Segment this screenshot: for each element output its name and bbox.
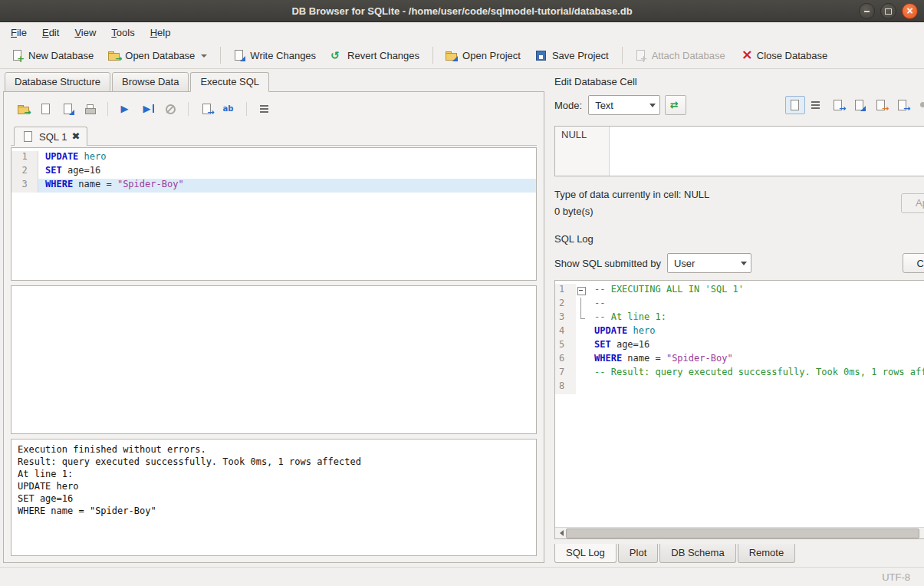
- sql-log-header: SQL Log: [554, 232, 924, 245]
- code-line[interactable]: 2SET age=16: [12, 165, 536, 179]
- open-external-button[interactable]: [665, 95, 686, 115]
- execute-current-line-button[interactable]: [140, 101, 156, 117]
- set-null-button[interactable]: [914, 96, 924, 114]
- import-icon: [874, 99, 887, 111]
- scroll-left-icon[interactable]: [555, 528, 566, 538]
- code-text: WHERE name = "Spider-Boy": [587, 353, 924, 367]
- sql-file-tab-bar: SQL 1: [11, 123, 537, 146]
- toolbar-button-label: Revert Changes: [347, 50, 419, 61]
- bottom-tab-plot[interactable]: Plot: [618, 544, 658, 563]
- toolbar-save-project-button[interactable]: Save Project: [528, 46, 615, 64]
- code-text: [587, 380, 924, 394]
- code-line[interactable]: 3-- At line 1:: [555, 311, 924, 325]
- open-file-icon: [831, 99, 844, 111]
- word-wrap-icon: [258, 103, 271, 115]
- fold-marker-icon: [576, 298, 587, 311]
- code-line[interactable]: 5SET age=16: [555, 339, 924, 353]
- code-line[interactable]: 8: [555, 380, 924, 394]
- toolbar-new-database-button[interactable]: New Database: [5, 46, 100, 64]
- maximize-icon[interactable]: [880, 3, 896, 19]
- chevron-down-icon: [737, 258, 751, 268]
- text-view-button[interactable]: [785, 96, 805, 114]
- menu-help[interactable]: Help: [143, 25, 179, 41]
- title-bar[interactable]: DB Browser for SQLite - /home/user/code/…: [0, 0, 924, 22]
- code-line[interactable]: 3WHERE name = "Spider-Boy": [12, 179, 536, 193]
- close-tab-icon[interactable]: [71, 132, 80, 141]
- save-sql-file-button[interactable]: [38, 101, 53, 117]
- execute-sql-button[interactable]: [118, 101, 133, 117]
- new-database-icon: [11, 49, 24, 61]
- toolbar-button-label: Save Project: [552, 50, 609, 61]
- menu-file[interactable]: File: [3, 25, 35, 41]
- apply-button[interactable]: Apply: [901, 193, 924, 213]
- minimize-icon[interactable]: [859, 3, 875, 19]
- close-window-icon[interactable]: [902, 3, 918, 19]
- tab-browse-data[interactable]: Browse Data: [112, 72, 189, 92]
- toolbar-button-label: Open Database: [125, 50, 195, 61]
- toolbar-button-label: Close Database: [757, 50, 828, 61]
- code-text: SET age=16: [38, 165, 536, 179]
- fold-marker-icon: [576, 339, 587, 353]
- export-icon: [896, 99, 909, 111]
- menu-tools[interactable]: Tools: [104, 25, 142, 41]
- code-line[interactable]: 7-- Result: query executed successfully.…: [555, 367, 924, 380]
- code-text: -- At line 1:: [587, 311, 924, 325]
- export-results-button[interactable]: [199, 101, 214, 117]
- cell-word-wrap-button[interactable]: [807, 96, 827, 114]
- tab-database-structure[interactable]: Database Structure: [5, 72, 110, 92]
- results-grid[interactable]: [11, 285, 537, 434]
- code-line[interactable]: 1UPDATE hero: [12, 151, 536, 165]
- toolbar-button-label: New Database: [28, 50, 94, 61]
- scrollbar-thumb[interactable]: [566, 528, 919, 538]
- clear-button[interactable]: Clear: [903, 253, 924, 273]
- code-line[interactable]: 1-- EXECUTING ALL IN 'SQL 1': [555, 284, 924, 298]
- code-line[interactable]: 4UPDATE hero: [555, 325, 924, 339]
- edit-cell-title: Edit Database Cell: [554, 76, 637, 87]
- stop-button[interactable]: [163, 101, 178, 117]
- export-button[interactable]: [893, 96, 912, 114]
- print-button[interactable]: [82, 101, 97, 117]
- save-file-button[interactable]: [850, 96, 870, 114]
- encoding-indicator[interactable]: UTF-8: [882, 571, 910, 583]
- open-file-button[interactable]: [828, 96, 848, 114]
- code-line[interactable]: 2--: [555, 298, 924, 311]
- sql-editor[interactable]: 1UPDATE hero2SET age=163WHERE name = "Sp…: [11, 147, 537, 281]
- mode-select[interactable]: Text: [588, 95, 660, 115]
- save-sql-as-button[interactable]: [60, 101, 75, 117]
- toolbar-separator: [220, 47, 221, 64]
- cell-editor[interactable]: NULL: [554, 126, 924, 176]
- find-replace-button[interactable]: [221, 101, 236, 117]
- horizontal-scrollbar[interactable]: [555, 527, 924, 538]
- log-filter-select[interactable]: User: [667, 253, 751, 273]
- fold-marker-icon: [576, 325, 587, 339]
- bottom-tab-remote[interactable]: Remote: [738, 544, 796, 563]
- toolbar-open-project-button[interactable]: Open Project: [439, 46, 527, 64]
- toolbar-write-changes-button[interactable]: Write Changes: [226, 46, 322, 64]
- word-wrap-button[interactable]: [257, 101, 272, 117]
- fold-marker-icon[interactable]: [576, 284, 587, 298]
- toolbar-attach-database-button[interactable]: Attach Database: [628, 46, 732, 64]
- toolbar-close-database-button[interactable]: Close Database: [733, 46, 834, 64]
- sql-editor-toolbar: [11, 95, 537, 123]
- mode-value: Text: [595, 100, 613, 111]
- toolbar-open-database-button[interactable]: Open Database: [101, 46, 213, 64]
- import-button[interactable]: [871, 96, 891, 114]
- find-replace-icon: [222, 103, 235, 115]
- cell-value: NULL: [561, 129, 587, 140]
- output-line: UPDATE hero: [18, 480, 530, 492]
- text-view-icon: [788, 99, 801, 111]
- menu-edit[interactable]: Edit: [35, 25, 67, 41]
- code-text: -- Result: query executed successfully. …: [587, 367, 924, 380]
- bottom-tab-sql-log[interactable]: SQL Log: [554, 544, 617, 563]
- toolbar-revert-changes-button[interactable]: Revert Changes: [324, 46, 426, 64]
- dropdown-caret-icon[interactable]: [201, 54, 207, 61]
- tab-execute-sql[interactable]: Execute SQL: [190, 72, 269, 92]
- code-text: UPDATE hero: [587, 325, 924, 339]
- open-sql-file-button[interactable]: [15, 101, 31, 117]
- bottom-tab-db-schema[interactable]: DB Schema: [659, 544, 735, 563]
- sql-log-view[interactable]: 1-- EXECUTING ALL IN 'SQL 1'2--3-- At li…: [554, 280, 924, 539]
- chevron-down-icon: [646, 100, 659, 110]
- code-line[interactable]: 6WHERE name = "Spider-Boy": [555, 353, 924, 367]
- menu-view[interactable]: View: [67, 25, 104, 41]
- sql-file-tab[interactable]: SQL 1: [14, 127, 87, 146]
